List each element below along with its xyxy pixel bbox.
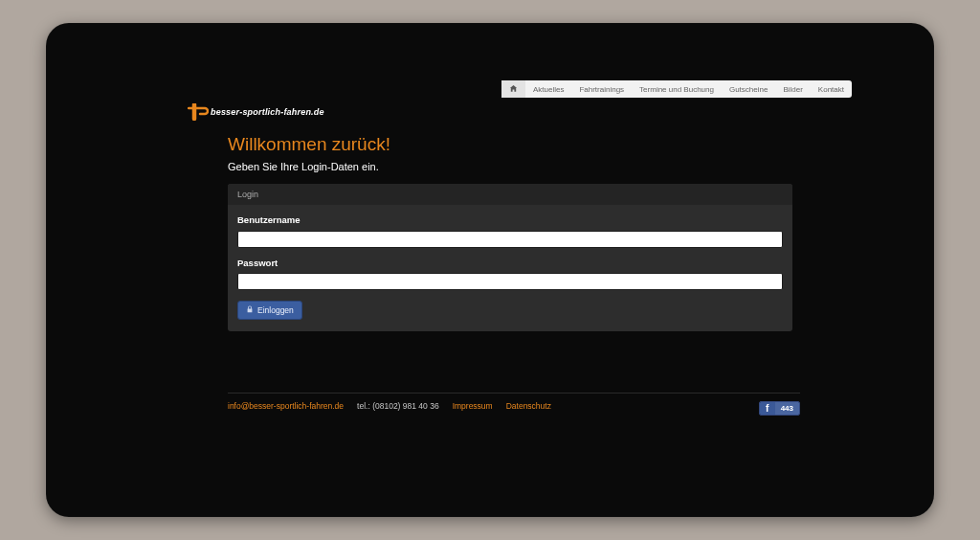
nav-aktuelles[interactable]: Aktuelles bbox=[525, 80, 571, 98]
facebook-count: 443 bbox=[775, 402, 799, 415]
page-subheading: Geben Sie Ihre Login-Daten ein. bbox=[228, 161, 792, 172]
facebook-icon: f bbox=[760, 402, 775, 415]
password-label: Passwort bbox=[237, 258, 783, 268]
panel-title: Login bbox=[228, 184, 792, 205]
login-panel: Login Benutzername Passwort Einloggen bbox=[228, 184, 792, 331]
username-input[interactable] bbox=[237, 231, 783, 248]
nav-fahrtrainings[interactable]: Fahrtrainings bbox=[571, 80, 632, 98]
footer-impressum-link[interactable]: Impressum bbox=[453, 401, 493, 411]
nav-label: Kontakt bbox=[818, 85, 844, 94]
browser-window: Aktuelles Fahrtrainings Termine und Buch… bbox=[46, 23, 934, 517]
nav-label: Termine und Buchung bbox=[639, 85, 714, 94]
footer-email-link[interactable]: info@besser-sportlich-fahren.de bbox=[228, 401, 344, 411]
nav-label: Gutscheine bbox=[729, 85, 768, 94]
nav-bilder[interactable]: Bilder bbox=[775, 80, 810, 98]
main-nav: Aktuelles Fahrtrainings Termine und Buch… bbox=[501, 80, 852, 98]
logo-text: besser-sportlich-fahren.de bbox=[211, 107, 324, 117]
login-button[interactable]: Einloggen bbox=[237, 301, 302, 320]
login-section: Willkommen zurück! Geben Sie Ihre Login-… bbox=[228, 134, 792, 331]
password-input[interactable] bbox=[237, 273, 783, 290]
site-logo[interactable]: besser-sportlich-fahren.de bbox=[188, 103, 324, 121]
nav-label: Aktuelles bbox=[533, 85, 564, 94]
username-label: Benutzername bbox=[237, 214, 783, 225]
home-icon bbox=[509, 84, 518, 95]
nav-label: Bilder bbox=[783, 85, 802, 94]
nav-label: Fahrtrainings bbox=[579, 85, 624, 94]
nav-gutscheine[interactable]: Gutscheine bbox=[722, 80, 775, 98]
nav-termine[interactable]: Termine und Buchung bbox=[632, 80, 722, 98]
login-button-label: Einloggen bbox=[257, 305, 294, 315]
lock-icon bbox=[246, 305, 254, 315]
footer-tel: tel.: (08102) 981 40 36 bbox=[357, 401, 439, 411]
nav-kontakt[interactable]: Kontakt bbox=[811, 80, 852, 98]
panel-body: Benutzername Passwort Einloggen bbox=[228, 205, 792, 331]
facebook-like-badge[interactable]: f 443 bbox=[759, 401, 800, 416]
footer-datenschutz-link[interactable]: Datenschutz bbox=[506, 401, 551, 411]
page-heading: Willkommen zurück! bbox=[228, 134, 792, 155]
logo-mark-icon bbox=[188, 103, 209, 121]
nav-home[interactable] bbox=[501, 80, 525, 98]
footer: info@besser-sportlich-fahren.de tel.: (0… bbox=[228, 393, 800, 411]
